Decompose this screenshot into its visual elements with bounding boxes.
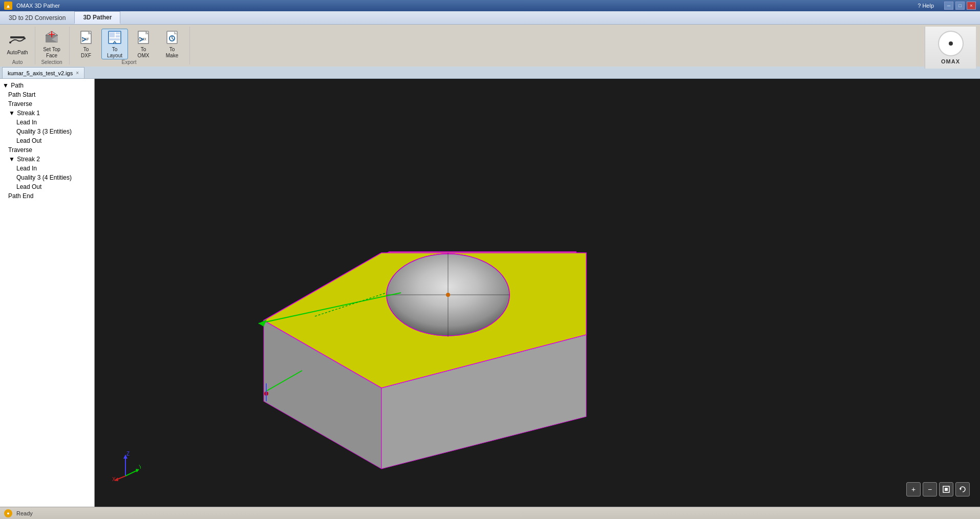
axis-indicator: Z Y X <box>110 450 141 481</box>
tree-label-path-start: Path Start <box>8 91 35 98</box>
tree-label-streak-1: Streak 1 <box>17 110 40 117</box>
zoom-out-button[interactable]: − <box>923 482 937 496</box>
svg-point-2 <box>24 37 26 39</box>
to-dxf-button[interactable]: DXF ToDXF <box>73 29 99 59</box>
ribbon-group-export: DXF ToDXF ToLayout <box>73 27 190 64</box>
ribbon: AutoPath Auto Set TopFace Selecti <box>0 25 980 67</box>
doc-tab[interactable]: kumar_5_axis_test_v2.igs × <box>2 67 84 78</box>
svg-rect-13 <box>116 32 120 34</box>
svg-point-39 <box>446 293 450 297</box>
minimize-button[interactable]: ─ <box>944 2 953 10</box>
ribbon-group-selection-items: Set TopFace <box>38 27 65 59</box>
expand-streak-2[interactable]: ▼ <box>8 156 15 163</box>
ribbon-group-selection-label: Selection <box>38 59 65 66</box>
to-dxf-icon: DXF <box>78 29 94 46</box>
ribbon-group-auto-items: AutoPath <box>4 27 31 59</box>
tree-item-streak-2[interactable]: ▼ Streak 2 <box>0 155 94 164</box>
tree-label-traverse-2: Traverse <box>8 146 32 154</box>
tree-label-quality-1: Quality 3 (3 Entities) <box>16 128 72 135</box>
ribbon-group-auto-label: Auto <box>4 59 31 66</box>
ribbon-tabs: 3D to 2D Conversion 3D Pather <box>0 11 980 25</box>
tree-item-quality-1[interactable]: Quality 3 (3 Entities) <box>0 127 94 136</box>
tree-item-lead-in-2[interactable]: Lead In <box>0 164 94 173</box>
autopath-button[interactable]: AutoPath <box>4 29 31 59</box>
set-top-face-button[interactable]: Set TopFace <box>38 29 65 59</box>
tab-3d-to-2d[interactable]: 3D to 2D Conversion <box>0 11 74 24</box>
tree-item-lead-out-2[interactable]: Lead Out <box>0 182 94 191</box>
window-controls: ─ □ × <box>944 2 976 10</box>
viewport[interactable]: Z Y X + − <box>95 79 980 507</box>
tree-item-traverse-2[interactable]: Traverse <box>0 145 94 155</box>
tree-label-path: Path <box>11 82 24 89</box>
maximize-button[interactable]: □ <box>955 2 965 10</box>
status-icon: ● <box>4 509 12 517</box>
tree-item-path-end[interactable]: Path End <box>0 191 94 201</box>
tree-item-traverse-1[interactable]: Traverse <box>0 99 94 109</box>
tree-label-lead-out-1: Lead Out <box>16 137 41 144</box>
tree-item-path-start[interactable]: Path Start <box>0 90 94 99</box>
tree-item-streak-1[interactable]: ▼ Streak 1 <box>0 109 94 118</box>
x-axis-label: X <box>112 477 116 481</box>
to-dxf-label: ToDXF <box>81 47 91 59</box>
omax-circle-icon <box>938 31 964 56</box>
tree-label-lead-in-1: Lead In <box>16 119 37 126</box>
to-make-label: ToMake <box>166 47 178 59</box>
z-axis-label: Z <box>126 451 130 457</box>
svg-point-1 <box>9 41 11 44</box>
doc-tab-filename: kumar_5_axis_test_v2.igs <box>8 70 73 76</box>
omax-brand-text: OMAX <box>941 58 960 64</box>
tree-label-traverse-1: Traverse <box>8 100 32 107</box>
tree-label-quality-2: Quality 3 (4 Entities) <box>16 174 72 181</box>
set-top-face-label: Set TopFace <box>43 47 60 59</box>
tab-3d-pather[interactable]: 3D Pather <box>74 11 120 24</box>
to-make-button[interactable]: ToMake <box>159 29 185 59</box>
tree-panel: ▼ Path Path Start Traverse ▼ Streak 1 Le… <box>0 79 95 507</box>
expand-path[interactable]: ▼ <box>2 82 9 89</box>
tree-item-path[interactable]: ▼ Path <box>0 81 94 90</box>
title-text: OMAX 3D Pather <box>16 3 918 9</box>
tree-item-lead-out-1[interactable]: Lead Out <box>0 136 94 145</box>
tree-item-quality-2[interactable]: Quality 3 (4 Entities) <box>0 173 94 182</box>
title-bar: ▲ OMAX 3D Pather ? Help ─ □ × <box>0 0 980 11</box>
ribbon-group-export-items: DXF ToDXF ToLayout <box>73 27 185 59</box>
autopath-label: AutoPath <box>7 50 28 56</box>
svg-rect-12 <box>110 32 115 37</box>
status-bar: ● Ready <box>0 507 980 519</box>
to-omx-label: ToOMX <box>138 47 150 59</box>
ribbon-group-selection: Set TopFace Selection <box>38 27 70 64</box>
to-omx-button[interactable]: OMX ToOMX <box>130 29 157 59</box>
set-top-face-icon <box>44 29 60 46</box>
app-icon: ▲ <box>4 2 12 10</box>
ribbon-group-export-label: Export <box>73 59 185 66</box>
close-button[interactable]: × <box>967 2 976 10</box>
to-make-icon <box>164 29 180 46</box>
scene-svg <box>95 79 980 507</box>
tree-label-streak-2: Streak 2 <box>17 156 40 163</box>
main-area: ▼ Path Path Start Traverse ▼ Streak 1 Le… <box>0 79 980 507</box>
zoom-controls: + − <box>906 482 970 496</box>
tree-label-path-end: Path End <box>8 192 33 200</box>
omax-logo: OMAX <box>925 27 976 69</box>
help-button[interactable]: ? Help <box>918 3 934 9</box>
tree-label-lead-in-2: Lead In <box>16 165 37 172</box>
to-layout-label: ToLayout <box>107 47 122 59</box>
y-axis-label: Y <box>139 464 141 470</box>
to-layout-button[interactable]: ToLayout <box>101 29 128 59</box>
svg-rect-15 <box>110 38 120 40</box>
doc-tab-close[interactable]: × <box>76 70 79 76</box>
svg-rect-0 <box>10 36 25 38</box>
rotate-view-button[interactable] <box>955 482 970 496</box>
autopath-icon <box>9 32 26 49</box>
to-layout-icon <box>106 29 123 46</box>
fit-button[interactable] <box>939 482 953 496</box>
to-omx-icon: OMX <box>135 29 152 46</box>
svg-rect-14 <box>116 35 120 37</box>
doc-tab-bar: kumar_5_axis_test_v2.igs × <box>0 67 980 79</box>
zoom-in-button[interactable]: + <box>906 482 921 496</box>
status-text: Ready <box>16 510 33 516</box>
ribbon-group-auto: AutoPath Auto <box>4 27 35 64</box>
tree-label-lead-out-2: Lead Out <box>16 183 41 190</box>
tree-item-lead-in-1[interactable]: Lead In <box>0 118 94 127</box>
expand-streak-1[interactable]: ▼ <box>8 110 15 117</box>
svg-rect-51 <box>945 488 948 491</box>
